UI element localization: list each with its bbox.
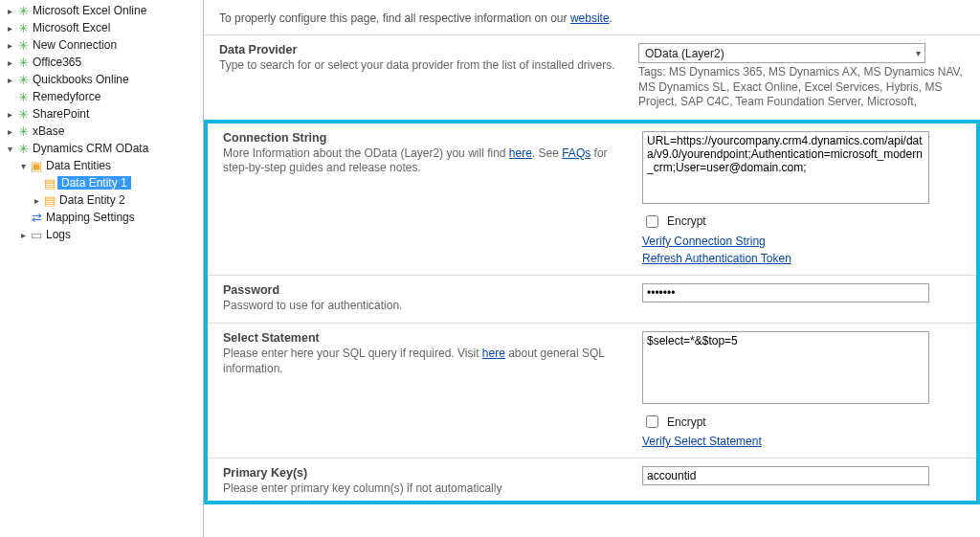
select-here-link[interactable]: here: [482, 347, 505, 360]
puzzle-icon: ✳: [15, 108, 31, 121]
pk-desc: Please enter primary key column(s) if no…: [223, 481, 625, 497]
puzzle-icon: ✳: [15, 91, 31, 103]
tree-item-quickbooks-online[interactable]: ▸✳Quickbooks Online: [4, 71, 203, 88]
intro-post: .: [610, 11, 612, 25]
conn-here-link[interactable]: here: [509, 146, 532, 160]
provider-tags: Tags: MS Dynamics 365, MS Dynamics AX, M…: [638, 63, 965, 110]
section-data-provider: Data Provider Type to search for or sele…: [204, 34, 980, 120]
chevron-right-icon[interactable]: ▸: [31, 195, 42, 206]
tree-item-label: Remedyforce: [31, 90, 100, 103]
tree-item-xbase[interactable]: ▸✳xBase: [4, 123, 203, 140]
chevron-down-icon: ▾: [916, 48, 921, 58]
intro-pre: To properly configure this page, find al…: [219, 11, 570, 25]
pk-title: Primary Key(s): [223, 466, 625, 480]
tree-item-new-connection[interactable]: ▸✳New Connection: [4, 36, 203, 54]
puzzle-icon: ✳: [15, 56, 31, 69]
tree-item-mapping-settings[interactable]: ⇄Mapping Settings: [4, 209, 203, 226]
chevron-down-icon[interactable]: ▾: [17, 161, 29, 171]
section-connection-string: Connection String More Information about…: [208, 123, 976, 275]
tree-item-remedyforce[interactable]: ✳Remedyforce: [4, 88, 203, 105]
tree-item-data-entity-1[interactable]: ▤Data Entity 1: [4, 174, 203, 191]
tree-item-label: Microsoft Excel: [31, 21, 110, 34]
logs-icon: ▭: [29, 229, 44, 241]
select-title: Select Statement: [223, 331, 625, 345]
chevron-right-icon[interactable]: ▸: [4, 126, 15, 137]
tree-item-label: Data Entities: [44, 159, 111, 172]
chevron-down-icon[interactable]: ▾: [4, 144, 15, 154]
puzzle-icon: ✳: [15, 74, 31, 86]
select-statement-input[interactable]: [642, 331, 929, 404]
website-link[interactable]: website: [570, 11, 610, 25]
tree-item-label: xBase: [31, 124, 64, 138]
tree-item-microsoft-excel[interactable]: ▸✳Microsoft Excel: [4, 19, 203, 36]
tree-item-label: Quickbooks Online: [31, 73, 129, 86]
tree-item-data-entities[interactable]: ▾▣Data Entities: [4, 157, 203, 174]
tree-item-label: Microsoft Excel Online: [31, 4, 146, 17]
verify-select-link[interactable]: Verify Select Statement: [642, 435, 961, 448]
provider-title: Data Provider: [219, 43, 621, 56]
connection-string-input[interactable]: [642, 131, 929, 204]
refresh-token-link[interactable]: Refresh Authentication Token: [642, 252, 961, 265]
tree-item-label: New Connection: [31, 38, 117, 52]
tree-item-data-entity-2[interactable]: ▸▤Data Entity 2: [4, 191, 203, 209]
section-primary-key: Primary Key(s) Please enter primary key …: [208, 458, 976, 501]
verify-connection-link[interactable]: Verify Connection String: [642, 235, 961, 248]
conn-encrypt-box[interactable]: [646, 215, 658, 228]
puzzle-icon: ✳: [15, 125, 31, 138]
tree-item-label: Office365: [31, 56, 81, 69]
password-input[interactable]: [642, 283, 929, 302]
tree-item-label: Logs: [44, 228, 71, 241]
section-password: Password Password to use for authenticat…: [208, 275, 976, 324]
tree-item-logs[interactable]: ▸▭Logs: [4, 226, 203, 243]
select-desc: Please enter here your SQL query if requ…: [223, 347, 625, 376]
provider-desc: Type to search for or select your data p…: [219, 58, 621, 74]
tree-item-label: Data Entity 1: [57, 176, 131, 190]
primary-key-input[interactable]: [642, 466, 929, 485]
main-panel: To properly configure this page, find al…: [203, 0, 980, 537]
select-encrypt-box[interactable]: [646, 415, 658, 428]
conn-faqs-link[interactable]: FAQs: [562, 146, 590, 160]
chevron-right-icon[interactable]: ▸: [4, 75, 15, 85]
tree-item-label: Mapping Settings: [44, 211, 135, 224]
conn-encrypt-checkbox[interactable]: Encrypt: [642, 213, 961, 231]
section-select-statement: Select Statement Please enter here your …: [208, 323, 976, 458]
tree-item-dynamics-crm-odata[interactable]: ▾✳Dynamics CRM OData: [4, 140, 203, 157]
chevron-right-icon[interactable]: ▸: [4, 23, 15, 34]
map-icon: ⇄: [29, 212, 44, 224]
intro-text: To properly configure this page, find al…: [204, 0, 980, 34]
puzzle-icon: ✳: [15, 39, 31, 52]
puzzle-icon: ✳: [15, 22, 31, 34]
conn-title: Connection String: [223, 131, 625, 145]
puzzle-icon: ✳: [15, 5, 31, 17]
select-encrypt-checkbox[interactable]: Encrypt: [642, 413, 961, 431]
chevron-right-icon[interactable]: ▸: [4, 109, 15, 120]
chevron-right-icon[interactable]: ▸: [4, 6, 15, 16]
chevron-right-icon[interactable]: ▸: [17, 230, 29, 240]
nav-tree: ▸✳Microsoft Excel Online▸✳Microsoft Exce…: [0, 0, 203, 537]
puzzle-icon: ✳: [15, 143, 31, 155]
tree-item-microsoft-excel-online[interactable]: ▸✳Microsoft Excel Online: [4, 2, 203, 19]
conn-desc: More Information about the OData (Layer2…: [223, 146, 625, 176]
pwd-desc: Password to use for authentication.: [223, 299, 625, 314]
provider-combobox[interactable]: OData (Layer2) ▾: [638, 43, 925, 63]
highlighted-config: Connection String More Information about…: [204, 120, 980, 504]
pwd-title: Password: [223, 283, 625, 297]
provider-value: OData (Layer2): [645, 47, 724, 60]
tree-item-label: SharePoint: [31, 107, 89, 121]
tree-item-label: Data Entity 2: [57, 193, 125, 207]
chevron-right-icon[interactable]: ▸: [4, 40, 15, 51]
page-icon: ▤: [42, 194, 57, 207]
tree-item-office365[interactable]: ▸✳Office365: [4, 54, 203, 71]
cube-icon: ▣: [29, 160, 44, 172]
tree-item-sharepoint[interactable]: ▸✳SharePoint: [4, 105, 203, 123]
tree-item-label: Dynamics CRM OData: [31, 142, 148, 155]
chevron-right-icon[interactable]: ▸: [4, 57, 15, 68]
page-icon: ▤: [42, 177, 57, 190]
